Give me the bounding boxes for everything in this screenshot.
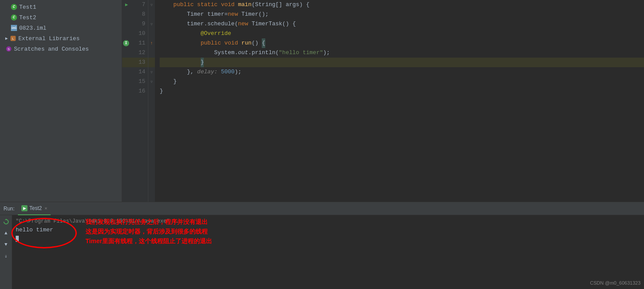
console-output-line1: hello timer bbox=[16, 226, 53, 234]
fold-icon-7[interactable]: ▽ bbox=[151, 3, 153, 7]
sidebar-item-test1-label: Test1 bbox=[19, 4, 36, 10]
up-arrow-11: ↑ bbox=[150, 41, 153, 46]
run-tab-label: Test2 bbox=[29, 205, 42, 211]
iml-icon: iml bbox=[10, 24, 17, 31]
sidebar-item-iml[interactable]: iml 0823.iml bbox=[0, 23, 122, 33]
code-line-10: @Override bbox=[160, 29, 644, 38]
code-container: ▶ 7 8 9 10 I 11 bbox=[122, 0, 644, 202]
code-line-11: public void run () { bbox=[160, 38, 644, 48]
run-tab-icon: ▶ bbox=[21, 205, 27, 211]
line-num-13: 13 bbox=[122, 58, 148, 67]
annotation-line-2: 这是因为实现定时器，背后涉及到很多的线程 bbox=[86, 227, 641, 236]
line-num-15: 15 bbox=[122, 77, 148, 86]
sidebar-item-scratches[interactable]: S Scratches and Consoles bbox=[0, 44, 122, 54]
scroll-up-button[interactable]: ▲ bbox=[1, 228, 11, 238]
gutter-row-16 bbox=[148, 86, 155, 96]
ext-lib-icon: L bbox=[10, 35, 17, 42]
line-num-7: ▶ 7 bbox=[122, 0, 148, 10]
scroll-down-button[interactable]: ▼ bbox=[1, 240, 11, 249]
tab-close-icon[interactable]: × bbox=[45, 206, 47, 211]
svg-text:S: S bbox=[7, 47, 10, 51]
code-line-7: public static void main (String[] args) … bbox=[160, 0, 644, 10]
fold-icon-15[interactable]: ▽ bbox=[151, 80, 153, 84]
sidebar-item-test2[interactable]: C Test2 bbox=[0, 12, 122, 23]
bottom-panel: Run: ▶ Test2 × ▲ ▼ ⇓ "C:\Program Files\J… bbox=[0, 202, 644, 289]
annotation-text: 我们发现在执行完任务之后，程序并没有退出 这是因为实现定时器，背后涉及到很多的线… bbox=[86, 217, 641, 246]
run-label: Run: bbox=[3, 206, 14, 212]
line-numbers: ▶ 7 8 9 10 I 11 bbox=[122, 0, 148, 202]
sidebar-item-ext-lib[interactable]: ▶ L External Libraries bbox=[0, 33, 122, 44]
sidebar: C Test1 C Test2 iml 0823.iml ▶ L Externa… bbox=[0, 0, 122, 202]
run-content: ▲ ▼ ⇓ "C:\Program Files\Java\jdk1.8.0_19… bbox=[0, 215, 644, 289]
scratch-icon: S bbox=[5, 45, 12, 52]
sidebar-item-test1[interactable]: C Test1 bbox=[0, 2, 122, 12]
gutter-row-9: ▽ bbox=[148, 19, 155, 29]
gutter-icons: ▽ ▽ ↑ ▽ ▽ bbox=[148, 0, 155, 202]
code-line-16: } bbox=[160, 86, 644, 96]
fold-icon-9[interactable]: ▽ bbox=[151, 22, 153, 26]
annotation-line-3: Timer里面有线程，这个线程阻止了进程的退出 bbox=[86, 236, 641, 246]
editor-area: ▶ 7 8 9 10 I 11 bbox=[122, 0, 644, 202]
class-icon-test1: C bbox=[10, 3, 17, 10]
run-tab-bar: Run: ▶ Test2 × bbox=[0, 202, 644, 215]
code-editor[interactable]: public static void main (String[] args) … bbox=[155, 0, 644, 202]
gutter-row-7: ▽ bbox=[148, 0, 155, 10]
code-line-13: } bbox=[160, 58, 644, 67]
fold-icon-14[interactable]: ▽ bbox=[151, 70, 153, 74]
gutter-row-13 bbox=[148, 58, 155, 67]
gutter-row-14: ▽ bbox=[148, 67, 155, 77]
console-cursor bbox=[16, 236, 19, 242]
sidebar-item-iml-label: 0823.iml bbox=[19, 25, 46, 31]
gutter-row-10 bbox=[148, 29, 155, 38]
gutter-row-12 bbox=[148, 48, 155, 58]
sidebar-item-scratches-label: Scratches and Consoles bbox=[14, 46, 89, 52]
sidebar-item-test2-label: Test2 bbox=[19, 14, 36, 21]
code-line-12: System. out .println( "hello timer" ); bbox=[160, 48, 644, 58]
line-num-12: 12 bbox=[122, 48, 148, 58]
line-num-8: 8 bbox=[122, 10, 148, 19]
line-num-14: 14 bbox=[122, 67, 148, 77]
code-line-9: timer.schedule( new TimerTask() { bbox=[160, 19, 644, 29]
scroll-to-end-button[interactable]: ⇓ bbox=[1, 251, 11, 261]
rerun-button[interactable] bbox=[1, 217, 11, 227]
console-output: "C:\Program Files\Java\jdk1.8.0_192\bin\… bbox=[12, 215, 644, 289]
sidebar-item-ext-lib-label: External Libraries bbox=[18, 35, 79, 42]
console-output-block: hello timer bbox=[16, 226, 53, 243]
code-line-14: }, delay: 5000 ); bbox=[160, 67, 644, 77]
run-tab-test2[interactable]: ▶ Test2 × bbox=[18, 202, 51, 215]
csdn-watermark: CSDN @m0_60631323 bbox=[590, 279, 641, 287]
class-icon-test2: C bbox=[10, 14, 17, 21]
run-arrow-7: ▶ bbox=[123, 1, 130, 8]
code-line-15: } bbox=[160, 77, 644, 86]
svg-text:L: L bbox=[12, 37, 14, 41]
annotation-line-1: 我们发现在执行完任务之后，程序并没有退出 bbox=[86, 217, 641, 227]
gutter-row-15: ▽ bbox=[148, 77, 155, 86]
gutter-row-8 bbox=[148, 10, 155, 19]
line-num-16: 16 bbox=[122, 86, 148, 96]
line-num-10: 10 bbox=[122, 29, 148, 38]
console-cursor-line bbox=[16, 234, 53, 243]
code-line-8: Timer timer= new Timer(); bbox=[160, 10, 644, 19]
line-num-9: 9 bbox=[122, 19, 148, 29]
line-num-11: I 11 bbox=[122, 38, 148, 48]
debugger-badge-11: I bbox=[123, 40, 130, 47]
gutter-row-11: ↑ bbox=[148, 38, 155, 48]
run-toolbar: ▲ ▼ ⇓ bbox=[0, 215, 12, 289]
